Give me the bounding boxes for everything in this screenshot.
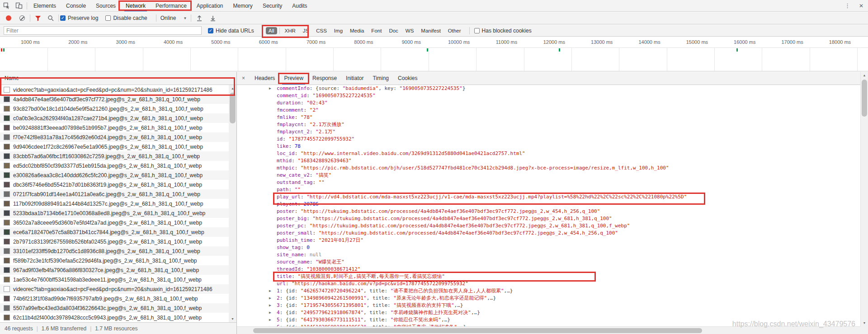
- scroll-down-icon[interactable]: ▼: [861, 320, 868, 326]
- request-row[interactable]: c0a0b3e3ca262934f40a1287cae271b4.jpeg@s_…: [0, 113, 229, 123]
- request-row[interactable]: 2b7971c83139f2675598b526bfa02455.jpeg@s_…: [0, 237, 229, 246]
- request-row[interactable]: 0721f7fcab901df14ee1a40121a0ea6c.jpeg@s_…: [0, 189, 229, 199]
- filter-type-img[interactable]: Img: [331, 27, 345, 34]
- request-row[interactable]: be09248881ff3eeead07898e51b995b7.jpeg@s_…: [0, 123, 229, 132]
- request-row[interactable]: 5507a99efbc43ed3da8034f36226643c.jpeg@s_…: [0, 303, 229, 313]
- request-row[interactable]: 967ad9f03efb4fa7906a886f830327ce.jpeg@s_…: [0, 265, 229, 275]
- request-row[interactable]: 36502a7a8ceee95d360b7e5fd4f2a7ad.jpeg@s_…: [0, 218, 229, 227]
- detail-tab-preview[interactable]: Preview: [279, 72, 308, 85]
- request-row[interactable]: f589b72c3e1fcf5390efaa5c229d46fa.jpeg@s_…: [0, 256, 229, 265]
- request-row[interactable]: dbc36f5746e6bd55421b7d01b8363f19.jpeg@s_…: [0, 180, 229, 189]
- request-list-scrollbar[interactable]: ▲ ▼: [229, 85, 236, 322]
- network-main: Name videorec?tab=gaoxiao&act=pcFeed&pd=…: [0, 72, 868, 334]
- disclosure-triangle-icon[interactable]: ▶: [269, 302, 271, 309]
- close-detail-icon[interactable]: ×: [237, 75, 250, 81]
- network-overview-timeline[interactable]: 1000 ms2000 ms3000 ms4000 ms5000 ms6000 …: [0, 37, 868, 71]
- filter-type-xhr[interactable]: XHR: [282, 27, 298, 34]
- request-row[interactable]: ece6a7182470e57c5a8b371b41cc7844.jpeg@s_…: [0, 227, 229, 237]
- request-row[interactable]: f70e742f8e831a78a17c456d92e60d24.jpeg@s_…: [0, 132, 229, 142]
- preserve-log-checkbox[interactable]: ✓: [60, 15, 66, 21]
- hide-data-urls-checkbox[interactable]: ✓: [208, 28, 213, 33]
- preview-property-row: like: 78: [237, 143, 860, 150]
- request-row[interactable]: 33101ef233ff59db1270d5c1d8936c88.jpeg@s_…: [0, 246, 229, 256]
- filter-type-css[interactable]: CSS: [313, 27, 330, 34]
- request-row[interactable]: videorec?tab=gaoxiao&act=pcFeed&pd=pc&nu…: [0, 284, 229, 294]
- disclosure-triangle-icon[interactable]: ▶: [269, 85, 271, 92]
- kebab-menu-icon[interactable]: ⋮: [840, 2, 854, 9]
- request-row[interactable]: 4a4db847e4aef36e407bdf3ec97cf772.jpeg@s_…: [0, 94, 229, 104]
- tab-memory[interactable]: Memory: [228, 0, 258, 11]
- detail-tab-cookies[interactable]: Cookies: [393, 72, 422, 85]
- disclosure-triangle-icon[interactable]: ▶: [269, 287, 271, 295]
- image-thumbnail-icon: [4, 248, 10, 254]
- preview-vertical-scrollbar[interactable]: ▲ ▼: [860, 72, 868, 326]
- request-row[interactable]: 93c827bd00e18c1d104de5e9f5a21260.jpeg@s_…: [0, 104, 229, 113]
- detail-tab-headers[interactable]: Headers: [250, 72, 279, 85]
- filter-type-manifest[interactable]: Manifest: [418, 27, 443, 34]
- scrollbar-thumb[interactable]: [862, 80, 867, 117]
- filter-funnel-icon[interactable]: [32, 12, 44, 24]
- request-row[interactable]: 74b6f213f1f08ad99de7f6935797afb9.jpeg@s_…: [0, 294, 229, 303]
- request-row[interactable]: 1ae53c4e7600bff5341598ab3edeee11.jpeg@s_…: [0, 275, 229, 284]
- preview-property-row[interactable]: ▶commentInfo: {source: "baidumedia", key…: [237, 85, 860, 92]
- disable-cache-checkbox[interactable]: [105, 15, 111, 21]
- filter-type-font[interactable]: Font: [368, 27, 384, 34]
- request-row[interactable]: ed5dc02bbf850cf39d3377d51eb915da.jpeg@s_…: [0, 161, 229, 170]
- tab-console[interactable]: Console: [61, 0, 91, 11]
- image-thumbnail-icon: [4, 220, 10, 226]
- request-row[interactable]: 5233bdaa1b7134b6e1710e00368a8ed8.jpeg@s_…: [0, 208, 229, 218]
- preview-property-row[interactable]: ▶4: {id: "2495779621918067874", title: "…: [237, 309, 860, 316]
- tab-sources[interactable]: Sources: [91, 0, 121, 11]
- tab-network[interactable]: Network: [121, 0, 151, 11]
- property-value: "2": [310, 107, 319, 113]
- scrollbar-thumb[interactable]: [230, 93, 236, 123]
- scroll-down-icon[interactable]: ▼: [229, 315, 236, 322]
- inspect-element-icon[interactable]: [0, 0, 13, 11]
- filter-type-media[interactable]: Media: [347, 27, 367, 34]
- tab-audits[interactable]: Audits: [287, 0, 312, 11]
- export-har-icon[interactable]: [210, 15, 216, 21]
- record-icon[interactable]: [6, 15, 11, 21]
- tab-security[interactable]: Security: [258, 0, 287, 11]
- request-row[interactable]: 83cbb57ad6a06fbc1ff16030862c7259.jpeg@s_…: [0, 151, 229, 161]
- preview-property-row[interactable]: ▶2: {id: "13498960942261500991", title: …: [237, 295, 860, 302]
- filter-type-js[interactable]: JS: [300, 27, 311, 34]
- import-har-icon[interactable]: [196, 15, 203, 21]
- filter-type-doc[interactable]: Doc: [386, 27, 401, 34]
- search-icon[interactable]: [44, 12, 57, 24]
- request-row[interactable]: 9d9406cdee1f72c8c26967ee5e1a9065.jpeg@s_…: [0, 142, 229, 151]
- preview-property-row[interactable]: ▶1: {id: "4626574720720496224", title: "…: [237, 287, 860, 295]
- scroll-up-icon[interactable]: ▲: [861, 72, 868, 79]
- filter-type-all[interactable]: All: [266, 27, 277, 34]
- detail-tab-initiator[interactable]: Initiator: [341, 72, 368, 85]
- preview-property-row[interactable]: ▶3: {id: "17195743055671395801", title: …: [237, 302, 860, 309]
- close-devtools-icon[interactable]: ✕: [854, 3, 868, 9]
- request-row[interactable]: e300826a6eaa3c8c140ddd626c5fc200.jpeg@s_…: [0, 170, 229, 180]
- preview-property-row: title: "搞笑视频混剪,时间不止,搞笑不断,每天愿你一笑,看搞笑忘烦恼": [237, 273, 860, 280]
- timeline-tick-label: 5000 ms: [211, 39, 230, 45]
- detail-tab-timing[interactable]: Timing: [368, 72, 393, 85]
- throttling-dropdown[interactable]: Online ▼: [158, 15, 190, 21]
- scrollbar-thumb[interactable]: [253, 328, 702, 333]
- image-thumbnail-icon: [4, 153, 10, 159]
- request-row[interactable]: 62c11b4d2f400dc39789428ccc5c9943.jpeg@s_…: [0, 313, 229, 322]
- disclosure-triangle-icon[interactable]: ▶: [269, 309, 271, 316]
- disclosure-triangle-icon[interactable]: ▶: [269, 295, 271, 302]
- name-column-header[interactable]: Name: [0, 72, 236, 85]
- tab-application[interactable]: Application: [192, 0, 228, 11]
- scroll-up-icon[interactable]: ▲: [229, 85, 236, 92]
- disclosure-triangle-icon[interactable]: ▶: [269, 316, 271, 324]
- tab-performance[interactable]: Performance: [151, 0, 192, 11]
- blocked-cookies-checkbox[interactable]: [474, 28, 480, 33]
- filter-type-other[interactable]: Other: [445, 27, 464, 34]
- tab-elements[interactable]: Elements: [28, 0, 61, 11]
- clear-icon[interactable]: [19, 15, 25, 21]
- preview-property-row: outstand_tag: "": [237, 179, 860, 186]
- device-toolbar-icon[interactable]: [13, 0, 25, 11]
- request-row[interactable]: videorec?tab=gaoxiao&act=pcFeed&pd=pc&nu…: [0, 85, 229, 94]
- filter-type-ws[interactable]: WS: [403, 27, 417, 34]
- detail-tab-response[interactable]: Response: [308, 72, 341, 85]
- filter-input[interactable]: [4, 26, 202, 35]
- request-row[interactable]: 117b092f09d889491a2144b84d13257c.jpeg@s_…: [0, 199, 229, 208]
- property-value: "https://haokan.baidu.com/v?pd=pc&vid=17…: [292, 281, 468, 287]
